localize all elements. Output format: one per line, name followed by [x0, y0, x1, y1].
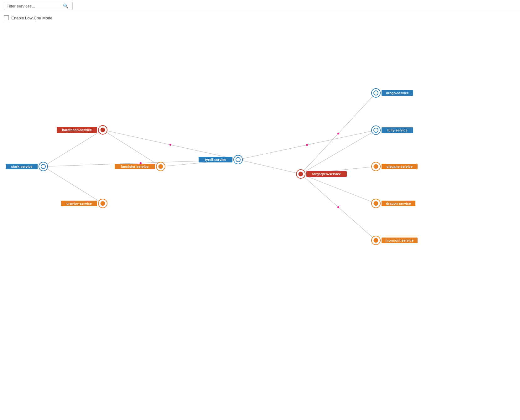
node-label-text: lannister-service	[121, 165, 148, 168]
node-baratheon-service[interactable]: baratheon-service	[57, 125, 107, 134]
node-mormont-service[interactable]: mormont-service	[372, 236, 418, 245]
node-inner-dot	[374, 201, 378, 206]
node-inner-dot	[159, 164, 163, 169]
edge-midpoint-dot	[337, 133, 339, 135]
edge-midpoint-dot	[169, 144, 171, 146]
cpu-mode-row: Enable Low Cpu Mode	[0, 12, 520, 23]
node-inner-dot	[299, 172, 303, 176]
edge-baratheon-service-lannister-service	[103, 130, 161, 166]
node-inner-dot	[374, 238, 378, 243]
nodes-layer: stark-servicebaratheon-servicelannister-…	[6, 89, 418, 245]
node-label-text: stark-service	[11, 165, 33, 168]
cpu-mode-checkbox[interactable]	[4, 15, 9, 20]
node-label-text: mormont-service	[386, 238, 413, 242]
edge-targaryen-service-dragon-service	[301, 174, 376, 203]
node-label-text: tully-service	[387, 128, 407, 132]
node-inner-dot	[101, 201, 105, 206]
edges-layer	[43, 93, 376, 240]
search-input[interactable]	[7, 4, 63, 8]
node-inner-dot	[374, 91, 378, 95]
node-dragon-service[interactable]: dragon-service	[372, 199, 415, 208]
node-inner-dot	[374, 128, 378, 132]
edge-stark-service-grayjoy-service	[43, 166, 103, 203]
node-label-text: grayjoy-service	[66, 202, 92, 205]
node-label-text: baratheon-service	[62, 128, 92, 132]
node-inner-dot	[374, 164, 378, 169]
node-label-text: targaryen-service	[312, 172, 341, 176]
node-clegane-service[interactable]: clegane-service	[372, 162, 418, 171]
node-tully-service[interactable]: tully-service	[372, 126, 413, 135]
edge-midpoint-dot	[337, 206, 339, 208]
node-inner-dot	[236, 157, 240, 162]
node-label-text: dragon-service	[386, 202, 411, 205]
node-stark-service[interactable]: stark-service	[6, 162, 48, 171]
edge-midpoint-dot	[306, 144, 308, 146]
cpu-mode-label: Enable Low Cpu Mode	[11, 16, 53, 20]
node-label-text: drogo-service	[386, 91, 409, 95]
search-icon: 🔍	[63, 3, 68, 8]
node-label-text: tyrell-service	[205, 158, 226, 161]
node-drogo-service[interactable]: drogo-service	[372, 89, 413, 97]
graph-area: stark-servicebaratheon-servicelannister-…	[0, 25, 520, 420]
node-grayjoy-service[interactable]: grayjoy-service	[61, 199, 107, 208]
edge-tyrell-service-targaryen-service	[238, 160, 301, 174]
graph-svg: stark-servicebaratheon-servicelannister-…	[0, 25, 520, 420]
node-targaryen-service[interactable]: targaryen-service	[296, 170, 347, 178]
node-inner-dot	[41, 164, 45, 169]
top-bar: 🔍	[0, 0, 520, 12]
edge-stark-service-baratheon-service	[43, 130, 103, 166]
node-inner-dot	[101, 128, 105, 132]
search-container: 🔍	[4, 2, 73, 10]
node-label-text: clegane-service	[387, 165, 413, 168]
